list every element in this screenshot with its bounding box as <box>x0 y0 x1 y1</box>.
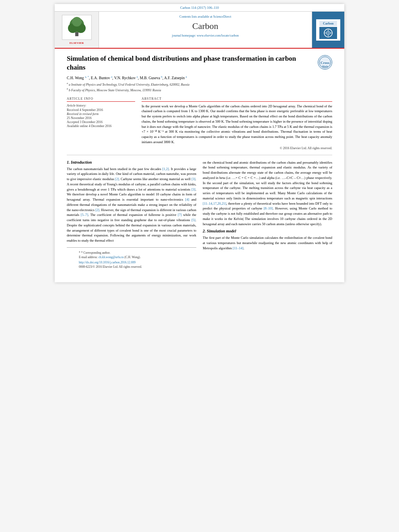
homepage-link-text[interactable]: www.elsevier.com/locate/carbon <box>197 34 239 37</box>
author-zatsepin: A.F. Zatsepin a <box>164 76 187 80</box>
homepage-line: journal homepage: www.elsevier.com/locat… <box>103 34 308 37</box>
affiliations: a a Institute of Physics and Technology,… <box>67 82 332 92</box>
svg-text:Cross: Cross <box>321 61 329 65</box>
body-two-col: 1. Introduction The carbon nanomaterials… <box>67 160 332 269</box>
article-history-label: Article history: <box>67 104 135 107</box>
section1-heading: 1. Introduction <box>67 160 196 164</box>
crossmark-badge: Cross Mark <box>318 55 332 70</box>
section2-text: The first part of the Monte Carlo simula… <box>203 235 332 251</box>
ref-11-14: [11–14] <box>233 246 244 250</box>
crossmark-icon: Cross Mark <box>318 55 332 70</box>
article-title-area: Simulation of chemical bond distribution… <box>67 54 332 72</box>
author-wong: C.H. Wong a, *, <box>67 76 90 80</box>
abstract-col: Abstract In the present work we develop … <box>142 97 332 150</box>
ref-1-2: [1,2] <box>162 167 169 171</box>
affiliation-b: b b Faculty of Physics, Moscow State Uni… <box>67 87 332 93</box>
copyright-notice: © 2016 Elsevier Ltd. All rights reserved… <box>142 146 332 150</box>
issn-text: 0008-6223/© 2016 Elsevier Ltd. All right… <box>79 265 184 269</box>
section-divider-1 <box>67 155 332 155</box>
available-online-date: Available online 4 December 2016 <box>67 124 135 128</box>
received-revised-date: 25 November 2016 <box>67 116 135 120</box>
footer-area: * * Corresponding author. E-mail address… <box>67 247 196 269</box>
ref-2: [2] <box>115 177 119 181</box>
ref-4: [4] <box>185 197 189 201</box>
corresponding-note: * * Corresponding author. <box>79 251 184 255</box>
section1-col1-text: The carbon nanomaterials had been studie… <box>67 166 196 243</box>
journal-right-logo: Carbon <box>312 12 344 48</box>
email-line: E-mail address: ch.kh.wong@urfu.ru (C.H.… <box>79 255 184 259</box>
elsevier-label: ELSEVIER <box>70 41 84 45</box>
affiliation-a: a a Institute of Physics and Technology,… <box>67 82 332 87</box>
body-col-left: 1. Introduction The carbon nanomaterials… <box>67 160 196 269</box>
ref-8-10: [8–10] <box>263 206 273 210</box>
svg-point-4 <box>72 17 82 27</box>
svg-rect-0 <box>75 32 78 36</box>
doi-link[interactable]: http://dx.doi.org/10.1016/j.carbon.2016.… <box>79 261 184 264</box>
citation-text: Carbon 114 (2017) 106–110 <box>180 6 219 10</box>
article-info-section-label: ARTICLE INFO <box>67 97 135 102</box>
author-rychkov: V.N. Rychkov a, <box>114 76 139 80</box>
received-date: Received 4 September 2016 <box>67 108 135 112</box>
journal-thumb: Carbon <box>316 19 340 41</box>
author-buntov: E.A. Buntov a, <box>91 76 113 80</box>
section2-heading: 2. Simulation model <box>203 229 332 233</box>
article-content: Simulation of chemical bond distribution… <box>55 49 344 274</box>
ref-2b: [2] <box>95 208 99 212</box>
corresponding-text: * Corresponding author. <box>81 251 111 255</box>
elsevier-logo-area: ELSEVIER <box>55 12 99 48</box>
abstract-body: In the present work we develop a Monte C… <box>142 104 332 145</box>
abstract-section-label: Abstract <box>142 97 332 102</box>
ref-5: [5] <box>191 218 195 222</box>
body-col-right: on the chemical bond and atomic distribu… <box>203 160 332 269</box>
science-direct-link-text[interactable]: ScienceDirect <box>213 15 231 18</box>
carbon-journal-cover-icon <box>320 27 336 39</box>
ref-5-7: [5–7] <box>81 213 88 217</box>
journal-name: Carbon <box>103 21 308 31</box>
svg-text:Mark: Mark <box>322 65 328 68</box>
science-direct-line: Contents lists available at ScienceDirec… <box>103 15 308 18</box>
ref-11-21: [11–14,17,20,21] <box>203 201 226 205</box>
ref-3a: [3] <box>191 177 195 181</box>
top-citation-bar: Carbon 114 (2017) 106–110 <box>55 4 344 12</box>
ref-3b: [3] <box>191 187 195 191</box>
homepage-pretext: journal homepage: <box>172 34 196 37</box>
elsevier-tree-icon <box>65 17 89 37</box>
elsevier-box <box>62 15 92 40</box>
ref-7: [7] <box>178 213 182 217</box>
received-revised-label: Received in revised form <box>67 112 135 116</box>
email-link[interactable]: ch.kh.wong@urfu.ru <box>99 255 124 259</box>
accepted-date: Accepted 3 December 2016 <box>67 120 135 124</box>
science-direct-pretext: Contents lists available at <box>179 15 212 18</box>
article-title: Simulation of chemical bond distribution… <box>67 54 318 72</box>
journal-header: ELSEVIER Contents lists available at Sci… <box>55 12 344 49</box>
author-guseva: M.B. Guseva b, <box>140 76 163 80</box>
page: Carbon 114 (2017) 106–110 ELSEVIER Conte… <box>55 4 344 282</box>
section1-col2-text: on the chemical bond and atomic distribu… <box>203 160 332 227</box>
journal-center-info: Contents lists available at ScienceDirec… <box>99 12 312 48</box>
authors-line: C.H. Wong a, *, E.A. Buntov a, V.N. Rych… <box>67 75 332 80</box>
email-label: E-mail address: <box>79 255 98 259</box>
article-info-col: ARTICLE INFO Article history: Received 4… <box>67 97 135 150</box>
article-info-abstract-row: ARTICLE INFO Article history: Received 4… <box>67 97 332 150</box>
email-name: (C.H. Wong). <box>124 255 141 259</box>
